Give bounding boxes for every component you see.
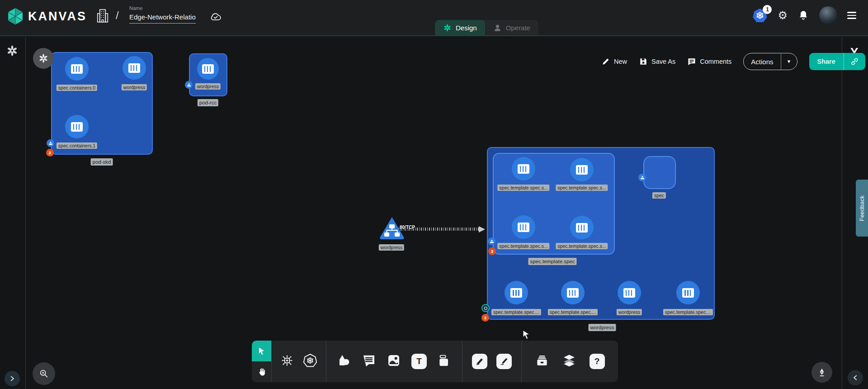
container-node-spec-containers-0[interactable]: [65, 57, 89, 81]
save-as-button[interactable]: Save As: [639, 57, 675, 66]
tab-operate[interactable]: Operate: [485, 20, 538, 35]
pod-badge[interactable]: [185, 81, 193, 89]
user-avatar[interactable]: [819, 6, 837, 24]
organization-icon[interactable]: [96, 8, 109, 24]
container-icon: [71, 122, 83, 132]
design-tab-icon: [443, 24, 452, 32]
container-node-template-1[interactable]: [570, 158, 594, 181]
error-badge[interactable]: 3: [488, 247, 496, 255]
container-node-template-3[interactable]: [570, 216, 594, 239]
design-name-input[interactable]: Edge-Network-Relatio: [129, 13, 196, 24]
kubernetes-context-button[interactable]: 1: [752, 8, 768, 23]
help-tool-button[interactable]: ?: [590, 354, 605, 369]
layers-tool-button[interactable]: [562, 353, 576, 370]
components-tool-icon: [280, 354, 294, 367]
node-label: spec.template.spec....: [663, 309, 713, 315]
container-node-bottom-0[interactable]: [505, 281, 528, 304]
tab-tool-icon: [437, 353, 452, 368]
node-label: spec.template.spec....: [548, 309, 598, 315]
image-tool-button[interactable]: [387, 353, 401, 370]
settings-icon[interactable]: ⚙: [778, 10, 788, 21]
group-label: spec.template.spec: [528, 258, 576, 265]
archive-tool-icon: [535, 353, 549, 368]
new-button[interactable]: New: [601, 57, 627, 66]
layers-tool-icon: [562, 353, 576, 368]
kubernetes-tool-icon: [303, 353, 317, 368]
expand-left-panel-button[interactable]: [5, 371, 20, 386]
pod-badge[interactable]: [638, 174, 646, 181]
design-name-field[interactable]: Name Edge-Network-Relatio: [129, 5, 196, 24]
pan-tool-button[interactable]: [252, 361, 271, 382]
shapes-tool-button[interactable]: [337, 353, 351, 370]
container-node-wordpress-2[interactable]: [197, 58, 219, 80]
image-tool-icon: [387, 353, 401, 368]
pan-tool-icon: [257, 367, 267, 377]
pod-badge-icon: [48, 141, 53, 146]
pod-badge[interactable]: [47, 139, 54, 147]
group-label: pod-rcc: [198, 99, 218, 106]
text-tool-button[interactable]: T: [411, 354, 427, 369]
archive-tool-button[interactable]: [535, 353, 549, 370]
kubernetes-context-count: 1: [763, 5, 772, 14]
share-button[interactable]: Share: [809, 53, 865, 70]
actions-button[interactable]: Actions ▾: [743, 53, 797, 70]
container-node-spec-containers-1[interactable]: [65, 115, 89, 138]
components-tool-button[interactable]: [280, 354, 294, 369]
node-label: spec.template.spec.s...: [556, 185, 608, 191]
pen-tool-button[interactable]: [472, 354, 487, 369]
zoom-button[interactable]: [33, 362, 55, 385]
share-link-icon: [850, 57, 859, 66]
node-label: spec.template.spec.s...: [556, 243, 608, 249]
sketch-tool-button[interactable]: [496, 354, 512, 369]
tab-operate-label: Operate: [506, 24, 530, 32]
edge-port-label: 80/TCP: [400, 225, 415, 230]
container-node-template-2[interactable]: [512, 215, 535, 239]
share-link-section[interactable]: [844, 53, 865, 70]
select-tool-button[interactable]: [252, 341, 271, 361]
left-rail: [0, 37, 26, 389]
kanvas-logo[interactable]: KANVAS: [6, 7, 87, 25]
collapse-right-panel-button[interactable]: [848, 370, 863, 385]
k8s-node-badge[interactable]: [33, 48, 54, 69]
actions-caret-icon[interactable]: ▾: [781, 53, 797, 70]
ink-tool-button[interactable]: [811, 362, 832, 383]
notifications-icon[interactable]: [797, 9, 809, 22]
comments-icon: [687, 57, 696, 66]
breadcrumb-separator: /: [116, 9, 119, 22]
node-label: spec.template.spec.s...: [497, 185, 549, 191]
container-node-wordpress-1[interactable]: [123, 56, 146, 80]
help-tool-icon: ?: [594, 356, 600, 366]
node-label: wordpress: [379, 244, 404, 251]
tab-tool-button[interactable]: [437, 353, 452, 370]
pod-badge-icon: [490, 239, 494, 244]
save-as-icon: [639, 57, 648, 66]
comments-button[interactable]: Comments: [687, 57, 731, 66]
container-node-bottom-2[interactable]: [618, 281, 641, 304]
container-icon: [567, 288, 579, 298]
comment-tool-button[interactable]: [362, 353, 376, 370]
spec-template-spec-group[interactable]: [493, 153, 615, 255]
pod-badge-icon: [640, 176, 645, 180]
error-badge[interactable]: 3: [481, 314, 489, 322]
comment-tool-icon: [362, 353, 376, 368]
container-node-bottom-3[interactable]: [676, 281, 700, 304]
container-node-bottom-1[interactable]: [561, 281, 585, 304]
kubernetes-tool-button[interactable]: [303, 353, 317, 370]
group-label: pod-skd: [91, 158, 113, 166]
pod-badge[interactable]: [488, 237, 495, 245]
name-label: Name: [129, 5, 196, 11]
pod-badge-icon: [187, 83, 191, 87]
menu-icon[interactable]: [847, 12, 856, 19]
new-label: New: [614, 58, 627, 65]
share-label: Share: [809, 58, 844, 65]
save-as-label: Save As: [651, 58, 675, 65]
deployment-badge[interactable]: [481, 304, 490, 312]
node-label: spec.containers.1: [57, 142, 97, 149]
container-icon: [71, 64, 83, 74]
sketch-tool-icon: [499, 356, 509, 366]
feedback-tab[interactable]: Feedback: [856, 180, 868, 237]
spec-node[interactable]: [643, 156, 676, 189]
container-node-template-0[interactable]: [512, 157, 535, 180]
error-badge[interactable]: 2: [46, 149, 54, 157]
tab-design[interactable]: Design: [435, 20, 485, 35]
